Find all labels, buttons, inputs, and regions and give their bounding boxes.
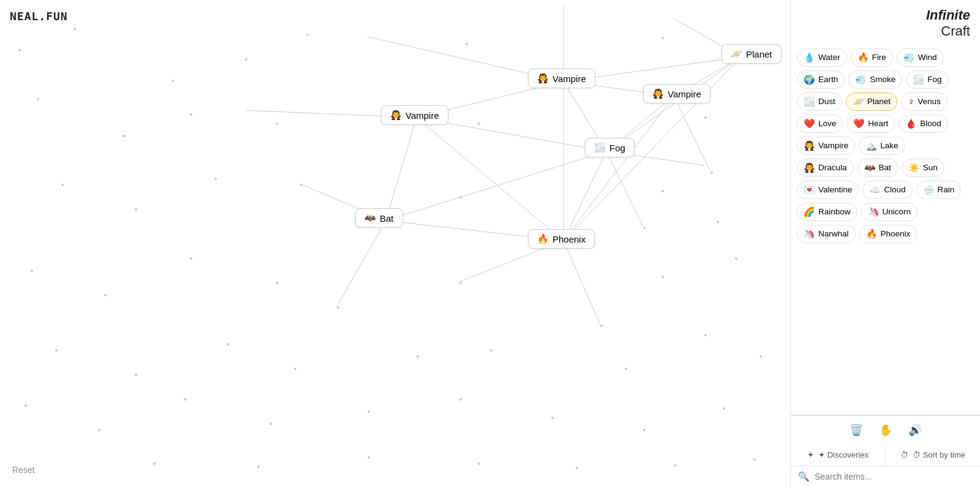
venus-icon: ♀️ <box>908 96 914 107</box>
fog-icon: 🌫️ <box>913 74 924 85</box>
item-row: ❤️ Love ❤️ Heart 🩸 Blood <box>797 115 974 133</box>
item-row: 🌫️ Dust 🪐 Planet ♀️ Venus <box>797 92 974 111</box>
svg-line-9 <box>564 96 674 241</box>
sidebar-item-bat[interactable]: 🦇 Bat <box>858 159 898 177</box>
narwhal-icon: 🦄 <box>804 228 815 240</box>
sidebar-item-venus[interactable]: ♀️ Venus <box>901 92 948 111</box>
sun-icon: ☀️ <box>908 162 920 173</box>
smoke-icon: 💨 <box>855 74 867 85</box>
water-icon: 💧 <box>804 52 815 63</box>
item-row: 🌍 Earth 💨 Smoke 🌫️ Fog <box>797 70 974 89</box>
item-row: 🧛 Vampire 🏔️ Lake <box>797 137 974 155</box>
reset-button[interactable]: Reset <box>12 465 35 475</box>
rain-icon: 🌧️ <box>923 184 935 195</box>
earth-icon: 🌍 <box>804 74 815 85</box>
sidebar-item-planet[interactable]: 🪐 Planet <box>846 92 897 111</box>
sidebar-item-lake[interactable]: 🏔️ Lake <box>859 137 905 155</box>
bat-icon: 🦇 <box>864 162 876 173</box>
canvas-area[interactable]: 🪐Planet 🧛Vampire 🧛Vampire 🧛Vampire 🌫️Fog… <box>0 0 790 487</box>
love-icon: ❤️ <box>804 118 815 129</box>
sidebar-item-narwhal[interactable]: 🦄 Narwhal <box>797 225 856 243</box>
canvas-item-bat[interactable]: 🦇Bat <box>355 208 403 228</box>
sidebar: Infinite Craft 💧 Water 🔥 Fire 💨 Wind 🌍 E <box>790 0 980 487</box>
svg-line-24 <box>674 96 710 172</box>
sidebar-item-water[interactable]: 💧 Water <box>797 48 847 67</box>
clock-icon: ⏱ <box>900 450 908 459</box>
svg-line-10 <box>386 118 417 221</box>
blood-icon: 🩸 <box>905 118 917 129</box>
svg-line-13 <box>564 151 606 241</box>
item-row: 🌈 Rainbow 🦄 Unicorn <box>797 203 974 221</box>
discoveries-star-icon: ✦ <box>807 450 814 459</box>
sound-icon-button[interactable]: 🔊 <box>906 421 924 439</box>
svg-line-23 <box>337 221 386 306</box>
sidebar-item-cloud[interactable]: ☁️ Cloud <box>862 181 912 199</box>
vampire-icon: 🧛 <box>804 140 815 151</box>
sidebar-item-blood[interactable]: 🩸 Blood <box>899 115 948 133</box>
search-row: 🔍 <box>791 466 980 487</box>
game-logo: Infinite Craft <box>926 7 970 40</box>
sidebar-item-earth[interactable]: 🌍 Earth <box>797 70 845 89</box>
discoveries-tab[interactable]: ✦ ✦ Discoveries <box>791 444 886 466</box>
sidebar-item-unicorn[interactable]: 🦄 Unicorn <box>861 203 918 221</box>
sidebar-item-sun[interactable]: ☀️ Sun <box>902 159 944 177</box>
phoenix-icon: 🔥 <box>866 228 878 240</box>
sidebar-footer: 🗑️ ✋ 🔊 ✦ ✦ Discoveries ⏱ ⏱ Sort by time … <box>791 415 980 487</box>
sidebar-item-fire[interactable]: 🔥 Fire <box>851 48 893 67</box>
item-row: 💧 Water 🔥 Fire 💨 Wind <box>797 48 974 67</box>
canvas-item-planet[interactable]: 🪐Planet <box>722 44 782 64</box>
sidebar-item-dracula[interactable]: 🧛 Dracula <box>797 159 854 177</box>
svg-line-20 <box>564 241 600 325</box>
lake-icon: 🏔️ <box>865 140 877 151</box>
wind-icon: 💨 <box>903 52 915 63</box>
footer-tabs: ✦ ✦ Discoveries ⏱ ⏱ Sort by time <box>791 444 980 466</box>
item-row: 🧛 Dracula 🦇 Bat ☀️ Sun <box>797 159 974 177</box>
hand-icon-button[interactable]: ✋ <box>876 421 895 439</box>
canvas-item-phoenix[interactable]: 🔥Phoenix <box>528 229 595 249</box>
svg-line-2 <box>606 57 741 151</box>
sidebar-item-smoke[interactable]: 💨 Smoke <box>848 70 902 89</box>
sidebar-header: Infinite Craft <box>791 0 980 45</box>
cloud-icon: ☁️ <box>869 184 881 195</box>
planet-icon: 🪐 <box>853 96 864 107</box>
fire-icon: 🔥 <box>858 52 869 63</box>
canvas-item-vampire3[interactable]: 🧛Vampire <box>381 105 448 125</box>
heart-icon: ❤️ <box>853 118 865 129</box>
search-input[interactable] <box>815 472 973 481</box>
canvas-item-fog[interactable]: 🌫️Fog <box>585 138 635 157</box>
sidebar-item-rain[interactable]: 🌧️ Rain <box>916 181 962 199</box>
sidebar-item-rainbow[interactable]: 🌈 Rainbow <box>797 203 858 221</box>
sidebar-item-dust[interactable]: 🌫️ Dust <box>797 92 842 111</box>
item-row: 🦄 Narwhal 🔥 Phoenix <box>797 225 974 243</box>
svg-line-14 <box>386 151 606 221</box>
dracula-icon: 🧛 <box>804 162 815 173</box>
connection-lines <box>0 0 790 487</box>
delete-icon-button[interactable]: 🗑️ <box>847 421 865 439</box>
canvas-item-vampire2[interactable]: 🧛Vampire <box>643 84 710 104</box>
sidebar-item-heart[interactable]: ❤️ Heart <box>846 115 895 133</box>
footer-icons: 🗑️ ✋ 🔊 <box>791 415 980 444</box>
valentine-icon: 💌 <box>804 184 815 195</box>
item-row: 💌 Valentine ☁️ Cloud 🌧️ Rain <box>797 181 974 199</box>
sidebar-item-valentine[interactable]: 💌 Valentine <box>797 181 859 199</box>
dust-icon: 🌫️ <box>804 96 815 107</box>
items-grid: 💧 Water 🔥 Fire 💨 Wind 🌍 Earth 💨 Smoke <box>791 45 980 415</box>
sort-by-time-tab[interactable]: ⏱ ⏱ Sort by time <box>886 444 980 466</box>
rainbow-icon: 🌈 <box>804 206 815 217</box>
sidebar-item-love[interactable]: ❤️ Love <box>797 115 843 133</box>
svg-line-19 <box>606 151 643 227</box>
canvas-item-vampire1[interactable]: 🧛Vampire <box>528 69 595 88</box>
svg-line-12 <box>417 118 564 241</box>
sidebar-item-vampire[interactable]: 🧛 Vampire <box>797 137 855 155</box>
sidebar-item-phoenix[interactable]: 🔥 Phoenix <box>859 225 918 243</box>
search-icon: 🔍 <box>798 471 810 482</box>
unicorn-icon: 🦄 <box>868 206 880 217</box>
sidebar-item-fog[interactable]: 🌫️ Fog <box>906 70 948 89</box>
neal-fun-logo: NEAL.FUN <box>10 10 68 23</box>
sidebar-item-wind[interactable]: 💨 Wind <box>897 48 944 67</box>
